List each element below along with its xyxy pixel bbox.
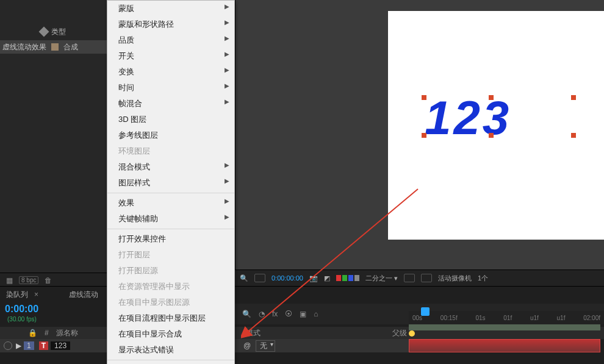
selection-handle[interactable]	[489, 95, 494, 100]
selection-handle[interactable]	[571, 95, 576, 100]
selection-handle[interactable]	[489, 133, 494, 138]
layer-name[interactable]: 123	[51, 341, 70, 350]
parent-dropdown[interactable]: 无	[256, 340, 275, 352]
viewer-footer: 🔍 0:00:00:00 📷 ◩ 二分之一 ▾ 活动摄像机 1个	[235, 269, 604, 286]
tag-icon	[39, 27, 49, 37]
layer-mode-row: @ 无	[235, 339, 409, 352]
parent-pickwhip-icon[interactable]: @	[243, 341, 251, 350]
mask-toggle[interactable]	[421, 274, 432, 282]
playhead[interactable]	[421, 307, 430, 316]
menu-frame-blend[interactable]: 帧混合	[107, 96, 234, 112]
work-area-bar[interactable]	[409, 324, 600, 330]
menu-reveal-comp[interactable]: 在项目中显示合成	[107, 326, 234, 342]
menu-effect[interactable]: 效果	[107, 195, 234, 211]
col-number: #	[41, 329, 52, 337]
project-item-type: 合成	[63, 42, 78, 52]
menu-open-layer-source: 打开图层源	[107, 263, 234, 279]
selection-handle[interactable]	[571, 133, 576, 138]
menu-transform[interactable]: 变换	[107, 64, 234, 80]
composition-canvas[interactable]: 123	[388, 11, 604, 240]
text-layer-icon: T	[39, 341, 48, 350]
current-time-display[interactable]: 0:00:00	[5, 304, 38, 315]
menu-mask-shape-path[interactable]: 蒙版和形状路径	[107, 16, 234, 32]
grid-toggle[interactable]	[254, 274, 265, 282]
project-header: 类型	[0, 24, 107, 39]
col-source-name[interactable]: 源名称	[52, 328, 82, 338]
menu-switch[interactable]: 开关	[107, 48, 234, 64]
menu-layer-style[interactable]: 图层样式	[107, 175, 234, 191]
snapshot-icon[interactable]: 📷	[309, 274, 318, 282]
layer-duration-bar[interactable]	[409, 339, 600, 352]
menu-show-expression-errors[interactable]: 显示表达式错误	[107, 342, 234, 358]
menu-open-effect-controls[interactable]: 打开效果控件	[107, 231, 234, 247]
menu-open-layer: 打开图层	[107, 247, 234, 263]
col-lock-icon[interactable]: 🔒	[24, 329, 41, 337]
menu-blend-mode[interactable]: 混合模式	[107, 159, 234, 175]
viewer-timecode[interactable]: 0:00:00:00	[271, 274, 303, 282]
graph-icon[interactable]: ▣	[300, 310, 306, 318]
menu-time[interactable]: 时间	[107, 80, 234, 96]
bpc-toggle[interactable]: 8 bpc	[19, 276, 38, 284]
visibility-toggle[interactable]	[4, 341, 12, 350]
time-ruler[interactable]: 00s 00:15f 01s 01f u1f u1f 02:00f	[409, 311, 604, 324]
menu-mask[interactable]: 蒙版	[107, 1, 234, 16]
menu-reveal-explorer: 在资源管理器中显示	[107, 279, 234, 294]
layer-context-menu: 蒙版 蒙版和形状路径 品质 开关 变换 时间 帧混合 3D 图层 参考线图层 环…	[107, 0, 235, 364]
work-area-start[interactable]	[409, 330, 415, 337]
timeline-tabs: 染队列 × 虚线流动	[0, 287, 98, 302]
tab-render-queue[interactable]: 染队列	[6, 290, 28, 300]
composition-viewer[interactable]: 123	[235, 0, 604, 269]
fx-icon[interactable]: fx	[272, 310, 278, 318]
comp-swatch	[51, 43, 59, 51]
text-layer-123[interactable]: 123	[425, 90, 511, 146]
tab-composition[interactable]: 虚线流动	[69, 290, 98, 300]
menu-env-layer: 环境图层	[107, 143, 234, 159]
channel-icons[interactable]	[336, 275, 359, 281]
layer-index: 1	[24, 341, 34, 350]
project-footer: ▦ 8 bpc 🗑	[0, 273, 107, 287]
menu-reveal-in-flowchart[interactable]: 在项目流程图中显示图层	[107, 310, 234, 326]
project-column-type: 类型	[51, 27, 66, 37]
motion-blur-icon[interactable]: ⦿	[285, 310, 292, 318]
camera-dropdown[interactable]: 活动摄像机	[438, 274, 472, 283]
brain-icon[interactable]: ⌂	[314, 310, 318, 318]
mode-column: 模式	[246, 328, 261, 338]
parent-column: 父级	[392, 328, 407, 338]
resolution-dropdown[interactable]: 二分之一 ▾	[365, 274, 398, 283]
view-count-dropdown[interactable]: 1个	[478, 274, 488, 283]
timeline-panel: 染队列 × 虚线流动 0:00:00 (30.00 fps) 🔒 # 源名称 ▶…	[0, 286, 604, 364]
project-item-name: 虚线流动效果	[2, 42, 46, 52]
shy-icon[interactable]: ◔	[259, 310, 265, 318]
trash-icon[interactable]: 🗑	[45, 276, 52, 285]
menu-3d-layer[interactable]: 3D 图层	[107, 112, 234, 127]
transparency-toggle[interactable]	[404, 274, 415, 282]
folder-icon[interactable]: ▦	[6, 276, 13, 285]
menu-reveal-layer-source: 在项目中显示图层源	[107, 294, 234, 310]
tab-close-icon[interactable]: ×	[34, 290, 38, 299]
fps-display: (30.00 fps)	[7, 316, 37, 323]
project-item-row[interactable]: 虚线流动效果 合成	[0, 40, 107, 54]
magnify-icon[interactable]: 🔍	[240, 274, 248, 282]
selection-handle[interactable]	[422, 95, 426, 100]
region-icon[interactable]: ◩	[324, 274, 330, 282]
menu-quality[interactable]: 品质	[107, 32, 234, 48]
expand-arrow-icon[interactable]: ▶	[16, 341, 21, 350]
menu-keyframe-assist[interactable]: 关键帧辅助	[107, 211, 234, 227]
menu-guide-layer[interactable]: 参考线图层	[107, 127, 234, 143]
search-icon[interactable]: 🔍	[242, 310, 251, 318]
selection-handle[interactable]	[422, 133, 426, 138]
